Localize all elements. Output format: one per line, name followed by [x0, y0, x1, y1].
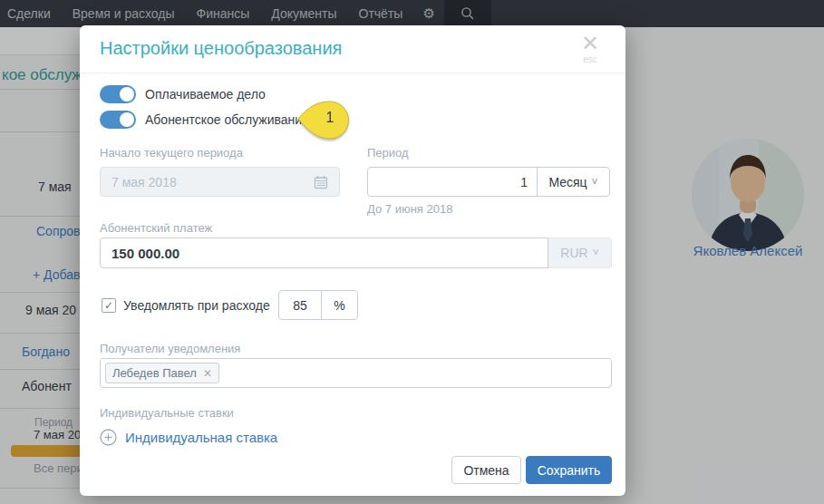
period-start-value: 7 мая 2018 [111, 175, 177, 189]
period-unit-value: Месяц [548, 175, 586, 189]
billable-toggle-row: Оплачиваемое дело [100, 85, 266, 103]
calendar-icon [314, 175, 328, 189]
chevron-down-icon: ˅ [593, 247, 599, 259]
billable-toggle[interactable] [100, 85, 136, 103]
esc-hint: esc [575, 54, 606, 64]
period-start-label: Начало текущего периода [100, 146, 243, 160]
payment-input[interactable]: 150 000.00 [100, 237, 548, 268]
recipients-label: Получатели уведомления [100, 342, 240, 355]
recipient-name: Лебедев Павел [112, 366, 197, 380]
notify-row: ✓ Уведомлять при расходе [102, 290, 270, 320]
payment-label: Абонентский платеж [100, 221, 212, 235]
chevron-down-icon: ˅ [592, 176, 598, 189]
save-button[interactable]: Сохранить [526, 456, 612, 484]
recipient-tag: Лебедев Павел ✕ [105, 363, 219, 383]
notify-label: Уведомлять при расходе [123, 298, 270, 313]
plus-circle-icon [100, 429, 117, 446]
period-start-input[interactable]: 7 мая 2018 [100, 167, 340, 197]
notify-checkbox[interactable]: ✓ [102, 298, 116, 313]
period-label: Период [367, 146, 409, 160]
notify-threshold-group: 85 % [278, 290, 358, 320]
badge-number: 1 [317, 110, 343, 126]
notify-threshold-input[interactable]: 85 [279, 298, 321, 313]
check-icon: ✓ [104, 299, 113, 312]
subscription-toggle[interactable] [100, 111, 136, 129]
billable-toggle-label: Оплачиваемое дело [145, 87, 266, 102]
individual-rates-label: Индивидуальные ставки [100, 406, 234, 420]
cancel-button[interactable]: Отмена [451, 456, 521, 484]
currency-value: RUR [560, 246, 587, 260]
close-button[interactable]: ✕ esc [575, 31, 606, 64]
annotation-badge: 1 [296, 99, 350, 141]
toggle-knob [120, 87, 134, 102]
period-group: 1 Месяц ˅ [367, 167, 610, 197]
period-value-input[interactable]: 1 [368, 175, 537, 189]
toggle-knob [120, 112, 134, 127]
modal-title: Настройки ценообразования [100, 38, 342, 59]
add-individual-rate-label: Индивидуальная ставка [125, 430, 277, 445]
period-unit-dropdown[interactable]: Месяц ˅ [537, 168, 609, 196]
add-individual-rate-link[interactable]: Индивидуальная ставка [100, 429, 277, 446]
remove-tag-icon[interactable]: ✕ [203, 367, 212, 380]
close-icon: ✕ [575, 31, 606, 56]
currency-dropdown[interactable]: RUR ˅ [548, 237, 612, 268]
period-until-hint: До 7 июня 2018 [367, 202, 452, 216]
percent-unit: % [321, 291, 357, 319]
subscription-toggle-row: Абонентское обслуживание [100, 111, 309, 129]
header-divider [80, 73, 625, 73]
subscription-toggle-label: Абонентское обслуживание [145, 112, 309, 127]
pricing-settings-modal: Настройки ценообразования ✕ esc Оплачива… [80, 25, 625, 496]
recipients-input[interactable]: Лебедев Павел ✕ [100, 358, 612, 388]
